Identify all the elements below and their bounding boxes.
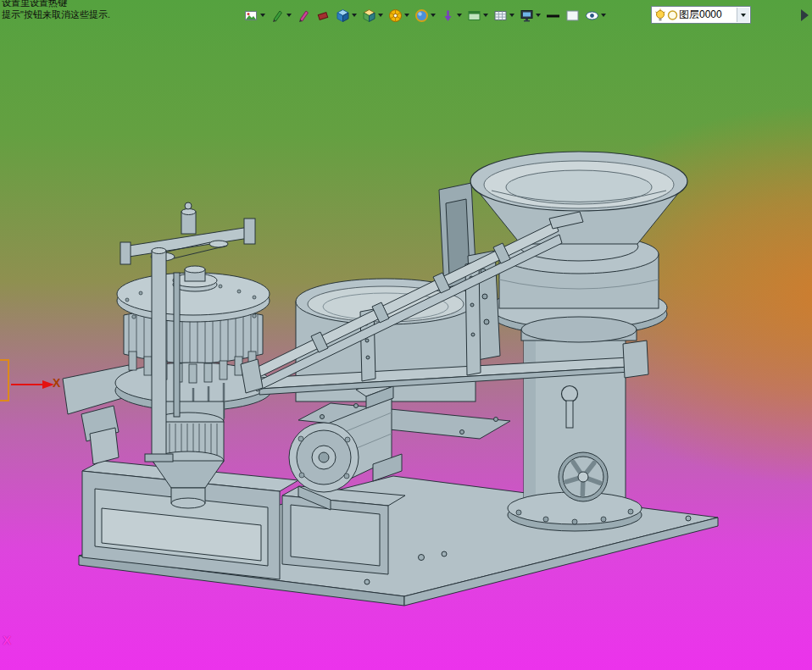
dropdown-arrow-icon[interactable] <box>457 14 462 17</box>
dropdown-arrow-icon[interactable] <box>378 14 383 17</box>
hint-line-1: 设置里设置热键 <box>2 0 110 8</box>
textured-cube-icon[interactable] <box>362 7 383 24</box>
motor-mount-box[interactable] <box>282 486 405 574</box>
ucs-axis-indicator <box>0 354 81 407</box>
layer-name: 图层0000 <box>679 8 737 22</box>
render-toolbar <box>244 6 606 25</box>
viewport-window-icon[interactable] <box>467 7 488 24</box>
origin-x-label: X <box>3 633 11 647</box>
render-sphere-icon[interactable] <box>414 7 436 24</box>
dropdown-arrow-icon[interactable] <box>286 14 292 17</box>
ucs-frame <box>0 360 8 401</box>
cad-model[interactable] <box>0 0 812 670</box>
dropdown-arrow-icon[interactable] <box>536 14 541 17</box>
dropdown-arrow-icon[interactable] <box>404 14 409 17</box>
dropdown-arrow-icon[interactable] <box>483 14 488 17</box>
monitor-display-icon[interactable] <box>520 7 541 24</box>
layer-bulb-icon <box>654 8 666 22</box>
hint-line-2: 提示"按钮来取消这些提示. <box>2 8 110 20</box>
color-wheel-icon[interactable] <box>388 7 409 24</box>
cad-3d-viewport[interactable]: 设置里设置热键 提示"按钮来取消这些提示. <box>0 0 812 670</box>
x-axis-label: X <box>53 376 60 390</box>
dropdown-arrow-icon[interactable] <box>352 14 357 17</box>
line-width-icon[interactable] <box>546 7 560 24</box>
dropdown-arrow-icon <box>741 14 746 17</box>
layer-dropdown-button[interactable] <box>737 8 749 22</box>
layer-combobox[interactable]: 图层0000 <box>651 6 751 24</box>
rotary-turret-assembly[interactable] <box>115 202 271 508</box>
marker-pen-icon[interactable] <box>297 7 311 24</box>
dropdown-arrow-icon[interactable] <box>509 14 514 17</box>
right-bowl-feeder[interactable] <box>468 152 687 531</box>
dock-grip-handle[interactable] <box>801 9 809 21</box>
blank-swatch-icon[interactable] <box>565 7 580 24</box>
view-cube-icon[interactable] <box>336 7 357 24</box>
grid-display-icon[interactable] <box>493 7 514 24</box>
dropdown-arrow-icon[interactable] <box>260 14 265 17</box>
visibility-eye-icon[interactable] <box>585 7 606 24</box>
dropdown-arrow-icon[interactable] <box>601 14 606 17</box>
material-image-icon[interactable] <box>244 7 265 24</box>
dropdown-arrow-icon[interactable] <box>431 14 436 17</box>
layer-color-ring-icon <box>666 8 679 22</box>
paint-pencil-icon[interactable] <box>270 7 292 24</box>
eraser-icon[interactable] <box>316 7 331 24</box>
snap-pin-icon[interactable] <box>441 7 462 24</box>
